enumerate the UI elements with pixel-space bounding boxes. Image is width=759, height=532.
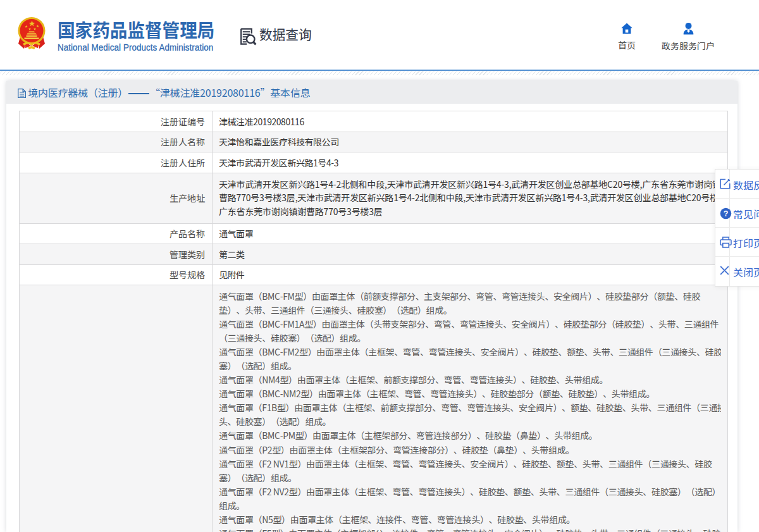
svg-text:?: ? <box>724 209 729 218</box>
